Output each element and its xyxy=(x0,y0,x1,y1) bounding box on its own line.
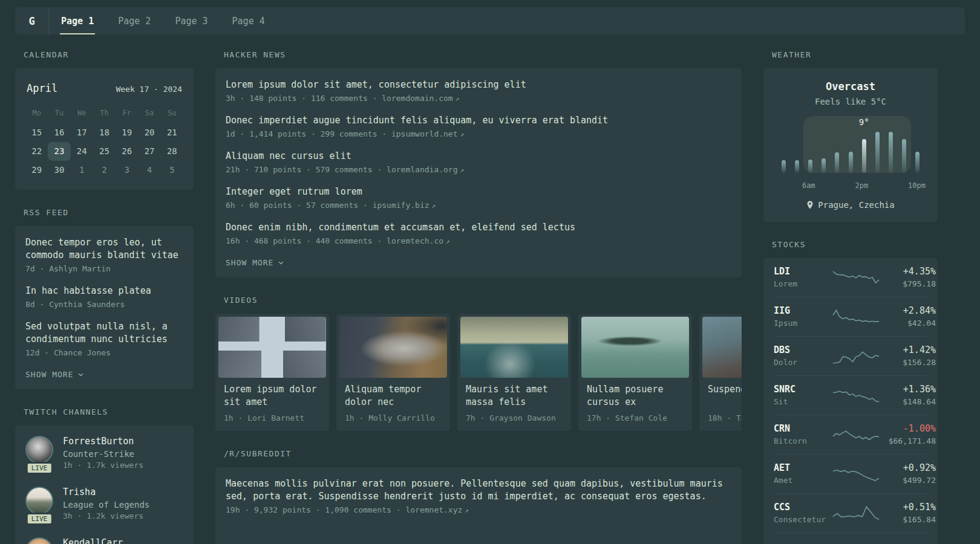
weather-time-labels: 6am2pm10pm xyxy=(776,181,926,190)
hackernews-item-title[interactable]: Donec enim nibh, condimentum et accumsan… xyxy=(226,221,731,234)
hackernews-show-more-button[interactable]: SHOW MORE xyxy=(226,257,284,267)
source-link[interactable]: loremlandia.org xyxy=(387,165,457,174)
weather-bar-slot xyxy=(844,131,857,173)
stock-sparkline-wrap xyxy=(832,267,880,288)
channel-name[interactable]: Trisha xyxy=(63,487,149,497)
stock-sparkline-wrap xyxy=(832,306,880,327)
stock-row[interactable]: IIGIpsum+2.84%$42.04 xyxy=(774,297,927,337)
subreddit-card: Maecenas mollis pulvinar erat non posuer… xyxy=(215,467,742,544)
calendar-day[interactable]: 26 xyxy=(116,142,138,161)
stock-values: +1.42%$156.28 xyxy=(880,345,936,367)
channel-name[interactable]: ForrestBurton xyxy=(63,436,143,447)
stock-price: $499.72 xyxy=(880,476,936,485)
twitch-channel[interactable]: LIVEForrestBurtonCounter-Strike1h · 1.7k… xyxy=(25,436,183,470)
calendar-day[interactable]: 24 xyxy=(71,142,93,161)
subreddit-post-title[interactable]: Maecenas mollis pulvinar erat non posuer… xyxy=(226,478,731,503)
tab-page-1[interactable]: Page 1 xyxy=(49,7,106,34)
stock-symbol: IIG xyxy=(774,305,832,316)
calendar-day[interactable]: 2 xyxy=(93,161,116,180)
video-card[interactable]: Lorem ipsum dolor sit amet consectetu…1h… xyxy=(215,314,329,431)
video-card[interactable]: Nullam posuere cursus ex17h · Stefan Col… xyxy=(578,314,692,431)
rss-item-meta: 7d · Ashlyn Martin xyxy=(25,264,183,273)
hackernews-item-title[interactable]: Integer eget rutrum lorem xyxy=(226,186,731,198)
hackernews-item-title[interactable]: Aliquam nec cursus elit xyxy=(226,150,731,163)
calendar-day[interactable]: 30 xyxy=(48,161,70,180)
calendar-day[interactable]: 22 xyxy=(25,142,48,161)
stock-row[interactable]: CRNBitcorn-1.00%$66,171.48 xyxy=(774,415,927,455)
stock-symbol: SNRC xyxy=(774,384,832,395)
channel-name[interactable]: KendallCarr xyxy=(63,537,123,544)
stock-row[interactable]: LDILorem+4.35%$795.18 xyxy=(774,258,927,297)
hackernews-item-title[interactable]: Donec imperdiet augue tincidunt felis al… xyxy=(226,114,731,127)
videos-section-title: VIDEOS xyxy=(224,296,742,305)
calendar-day[interactable]: 16 xyxy=(48,123,70,142)
calendar-day[interactable]: 29 xyxy=(25,161,48,180)
rss-item-meta: 12d · Chance Jones xyxy=(25,348,183,357)
hackernews-card: Lorem ipsum dolor sit amet, consectetur … xyxy=(215,68,742,277)
stock-sparkline xyxy=(832,541,880,544)
meta-text: 19h · 9,932 points · 1,090 comments · xyxy=(226,505,405,514)
hackernews-item-title[interactable]: Lorem ipsum dolor sit amet, consectetur … xyxy=(226,79,731,91)
calendar-day[interactable]: 1 xyxy=(71,161,93,180)
tab-page-2[interactable]: Page 2 xyxy=(106,7,163,34)
stock-price: $42.04 xyxy=(880,319,936,328)
stock-row[interactable]: SNRCSit+1.36%$148.64 xyxy=(774,376,927,415)
top-navigation: G Page 1Page 2Page 3Page 4 xyxy=(15,7,965,34)
external-link-icon: ↗ xyxy=(460,166,465,174)
twitch-channel[interactable]: KendallCarr xyxy=(25,537,183,544)
twitch-channel[interactable]: LIVETrishaLeague of Legends3h · 1.2k vie… xyxy=(25,487,183,520)
calendar-day[interactable]: 28 xyxy=(161,142,183,161)
rss-item-title[interactable]: Sed volutpat nulla nisl, a condimentum n… xyxy=(25,320,183,346)
source-link[interactable]: loremtech.co xyxy=(387,236,443,245)
source-link[interactable]: loremdomain.com xyxy=(382,94,452,103)
calendar-day[interactable]: 25 xyxy=(93,142,116,161)
calendar-day[interactable]: 3 xyxy=(116,161,138,180)
hackernews-item: Donec enim nibh, condimentum et accumsan… xyxy=(226,221,731,245)
hackernews-item: Lorem ipsum dolor sit amet, consectetur … xyxy=(226,79,731,103)
video-card[interactable]: Mauris sit amet massa felis7h · Grayson … xyxy=(457,314,571,431)
tab-page-4[interactable]: Page 4 xyxy=(220,7,277,34)
stock-info: IIGIpsum xyxy=(774,305,832,328)
source-link[interactable]: loremnet.xyz xyxy=(405,505,462,514)
time-label xyxy=(842,181,855,190)
calendar-day[interactable]: 17 xyxy=(71,123,93,142)
video-thumbnail xyxy=(581,317,689,378)
rss-item-meta: 8d · Cynthia Saunders xyxy=(25,300,183,309)
calendar-day[interactable]: 27 xyxy=(138,142,160,161)
external-link-icon: ↗ xyxy=(456,95,460,103)
rss-item-title[interactable]: Donec tempor eros leo, ut commodo mauris… xyxy=(25,236,183,262)
weather-bar-slot xyxy=(884,131,898,173)
stock-row[interactable]: AHS+0.46% xyxy=(774,533,927,544)
calendar-day[interactable]: 15 xyxy=(25,123,48,142)
stock-name: Lorem xyxy=(774,279,832,288)
weather-location: Prague, Czechia xyxy=(776,200,926,210)
stock-row[interactable]: AETAmet+0.92%$499.72 xyxy=(774,455,927,494)
calendar-weekday: Su xyxy=(161,104,183,123)
stock-symbol: CCS xyxy=(774,502,832,513)
rss-show-more-button[interactable]: SHOW MORE xyxy=(25,369,84,379)
stock-sparkline xyxy=(832,306,880,327)
calendar-day[interactable]: 20 xyxy=(138,123,160,142)
calendar-day[interactable]: 21 xyxy=(161,123,183,142)
stock-values: +4.35%$795.18 xyxy=(880,266,936,288)
source-link[interactable]: ipsumify.biz xyxy=(373,201,430,210)
calendar-day[interactable]: 18 xyxy=(93,123,116,142)
stock-symbol: DBS xyxy=(774,345,832,355)
stock-values: +0.51%$165.84 xyxy=(880,502,936,524)
video-card[interactable]: Suspendisse diam18h · Tara xyxy=(699,314,742,431)
stock-values: -1.00%$66,171.48 xyxy=(880,423,936,445)
rss-item-title[interactable]: In hac habitasse platea xyxy=(25,285,183,297)
videos-section: VIDEOS Lorem ipsum dolor sit amet consec… xyxy=(215,296,742,431)
calendar-day[interactable]: 4 xyxy=(138,161,160,180)
chevron-down-icon xyxy=(77,371,84,378)
calendar-day[interactable]: 23 xyxy=(48,142,70,161)
channel-avatar: LIVE xyxy=(25,487,53,520)
stock-row[interactable]: CCSConsectetur+0.51%$165.84 xyxy=(774,494,927,533)
video-card[interactable]: Aliquam tempor dolor nec pharetra…1h · M… xyxy=(336,314,450,431)
tab-page-3[interactable]: Page 3 xyxy=(163,7,220,34)
calendar-day[interactable]: 19 xyxy=(116,123,138,142)
source-link[interactable]: ipsumworld.net xyxy=(391,129,458,138)
calendar-day[interactable]: 5 xyxy=(161,161,183,180)
time-label: 6am xyxy=(802,181,815,190)
stock-row[interactable]: DBSDolor+1.42%$156.28 xyxy=(774,337,927,376)
